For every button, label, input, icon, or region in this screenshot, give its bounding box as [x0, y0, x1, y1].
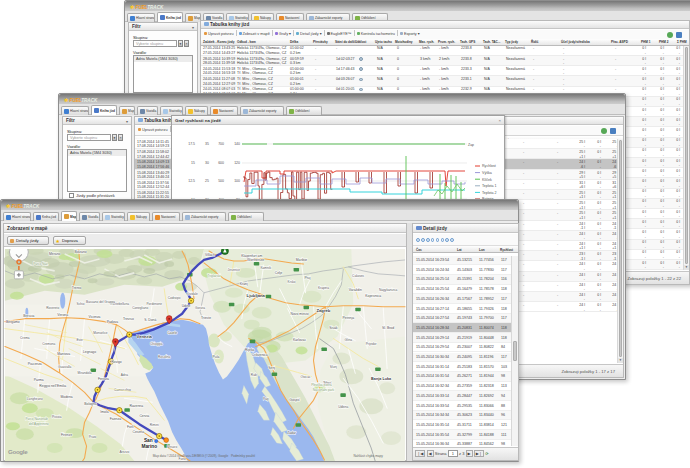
- svg-text:Bergamo: Bergamo: [6, 320, 20, 324]
- svg-text:Kranj: Kranj: [240, 282, 248, 286]
- svg-text:Imola: Imola: [100, 410, 108, 414]
- svg-text:Mirandola: Mirandola: [78, 371, 92, 375]
- svg-text:Nacionalni park: Nacionalni park: [313, 388, 335, 392]
- svg-text:Zagreb: Zagreb: [316, 308, 330, 313]
- svg-text:Sisak: Sisak: [329, 326, 338, 330]
- svg-text:Ptuj: Ptuj: [305, 276, 311, 280]
- svg-text:Este: Este: [76, 338, 83, 342]
- svg-text:12.5: 12.5: [188, 179, 195, 183]
- svg-text:Nagykanizsa: Nagykanizsa: [379, 288, 397, 292]
- svg-text:Pistoia: Pistoia: [52, 415, 62, 419]
- svg-text:Cremona: Cremona: [42, 342, 55, 346]
- svg-text:Cividale: Cividale: [186, 292, 198, 296]
- svg-text:Senj: Senj: [268, 366, 275, 370]
- svg-text:Varaždin: Varaždin: [349, 288, 362, 292]
- svg-text:Trento: Trento: [72, 286, 82, 290]
- svg-text:Ravenna: Ravenna: [130, 404, 144, 408]
- svg-text:25: 25: [205, 179, 209, 183]
- svg-text:Venezia: Venezia: [137, 334, 153, 339]
- svg-text:35: 35: [205, 142, 209, 146]
- svg-text:Treviso: Treviso: [123, 317, 134, 321]
- svg-text:Krsko: Krsko: [288, 280, 296, 284]
- svg-text:Forlì: Forlì: [127, 425, 134, 429]
- svg-text:Petrinja: Petrinja: [343, 316, 355, 320]
- svg-text:Teplota 2: Teplota 2: [482, 191, 497, 195]
- svg-text:Arezzo: Arezzo: [119, 450, 129, 454]
- svg-text:Vicenza: Vicenza: [89, 315, 101, 319]
- svg-text:Mantova: Mantova: [57, 352, 70, 356]
- svg-text:700: 700: [218, 142, 224, 146]
- svg-text:Výška: Výška: [482, 171, 492, 175]
- svg-text:Monselice: Monselice: [93, 331, 108, 335]
- svg-text:Gospić: Gospić: [289, 398, 300, 402]
- svg-text:Pula: Pula: [213, 355, 220, 359]
- svg-text:Bassano del Grappa: Bassano del Grappa: [86, 300, 115, 304]
- svg-text:Pesaro: Pesaro: [167, 445, 177, 449]
- svg-text:Cervia: Cervia: [139, 414, 149, 418]
- svg-text:Rijeka: Rijeka: [245, 348, 255, 352]
- svg-text:dell'Appennino: dell'Appennino: [29, 422, 49, 426]
- svg-text:Guastalla: Guastalla: [58, 365, 72, 369]
- svg-text:Klagenfurt am: Klagenfurt am: [241, 254, 262, 258]
- svg-text:Ljubljana: Ljubljana: [247, 293, 266, 298]
- svg-text:San: San: [144, 438, 153, 443]
- svg-text:Parma: Parma: [34, 378, 44, 382]
- svg-text:Crikvenica: Crikvenica: [252, 353, 268, 357]
- svg-text:Caorle: Caorle: [167, 331, 177, 335]
- svg-text:Rovereto: Rovereto: [46, 306, 59, 310]
- svg-text:Teplota 1: Teplota 1: [482, 184, 497, 188]
- svg-text:Rab: Rab: [251, 373, 257, 377]
- svg-text:Prato: Prato: [89, 435, 97, 439]
- svg-text:Chioggia: Chioggia: [150, 342, 163, 346]
- svg-text:Google: Google: [8, 448, 28, 455]
- svg-text:15: 15: [191, 161, 195, 165]
- svg-text:Banja Luka: Banja Luka: [371, 377, 392, 381]
- svg-text:Fano: Fano: [178, 457, 185, 461]
- svg-text:Brescia: Brescia: [23, 314, 34, 318]
- svg-text:Padova: Padova: [107, 320, 119, 324]
- svg-text:Codroipo: Codroipo: [168, 296, 181, 300]
- svg-text:Otocac: Otocac: [300, 375, 310, 379]
- svg-text:Cesena: Cesena: [132, 430, 144, 434]
- svg-text:Schio: Schio: [77, 302, 85, 306]
- svg-text:Merano: Merano: [49, 252, 61, 256]
- svg-text:Ferrara: Ferrara: [98, 377, 109, 381]
- svg-text:Rychlost: Rychlost: [482, 164, 496, 168]
- svg-text:S. Donà: S. Donà: [144, 318, 156, 322]
- svg-text:Verona: Verona: [57, 313, 68, 317]
- svg-text:Gorizia: Gorizia: [195, 306, 205, 310]
- svg-text:140: 140: [234, 142, 240, 146]
- svg-text:Rosolina: Rosolina: [158, 355, 171, 359]
- svg-text:17.5: 17.5: [188, 142, 195, 146]
- svg-text:Parco Naz.: Parco Naz.: [33, 262, 48, 266]
- svg-text:Bologna: Bologna: [84, 402, 97, 406]
- svg-text:Map data ©2014 GeoBasis-DE/BKG: Map data ©2014 GeoBasis-DE/BKG (©2009), …: [153, 454, 256, 458]
- svg-text:Bolzano: Bolzano: [74, 250, 86, 254]
- svg-text:Rovigo: Rovigo: [111, 360, 122, 364]
- svg-text:Nahlásit chybu mapy: Nahlásit chybu mapy: [354, 454, 384, 458]
- svg-text:Slunj: Slunj: [330, 365, 337, 369]
- svg-text:Trieste: Trieste: [201, 316, 211, 320]
- svg-text:Krapina: Krapina: [318, 286, 329, 290]
- svg-text:Zap: Zap: [468, 143, 474, 147]
- svg-text:Karlovac: Karlovac: [293, 338, 306, 342]
- svg-text:Pag: Pag: [263, 397, 269, 401]
- svg-text:Legnago: Legnago: [83, 350, 96, 354]
- svg-text:Sl. Brod: Sl. Brod: [382, 326, 394, 330]
- svg-text:Klíček: Klíček: [482, 178, 492, 182]
- svg-text:30: 30: [205, 161, 209, 165]
- svg-text:Zadar: Zadar: [287, 431, 297, 435]
- svg-text:Udine: Udine: [182, 304, 191, 308]
- svg-text:Koprivnica: Koprivnica: [365, 294, 381, 298]
- svg-text:120: 120: [234, 161, 240, 165]
- svg-text:Glina: Glina: [345, 338, 353, 342]
- svg-text:Novo mesto: Novo mesto: [291, 312, 309, 316]
- svg-text:Wörthersee: Wörthersee: [247, 258, 265, 262]
- svg-text:100: 100: [234, 179, 240, 183]
- svg-text:Marino: Marino: [141, 444, 157, 449]
- svg-text:Plitvička jezera: Plitvička jezera: [311, 383, 332, 387]
- svg-text:Villach: Villach: [205, 253, 215, 257]
- svg-text:Conegliano: Conegliano: [132, 306, 148, 310]
- svg-text:Udbina: Udbina: [338, 405, 348, 409]
- svg-text:Piacenza: Piacenza: [28, 362, 42, 366]
